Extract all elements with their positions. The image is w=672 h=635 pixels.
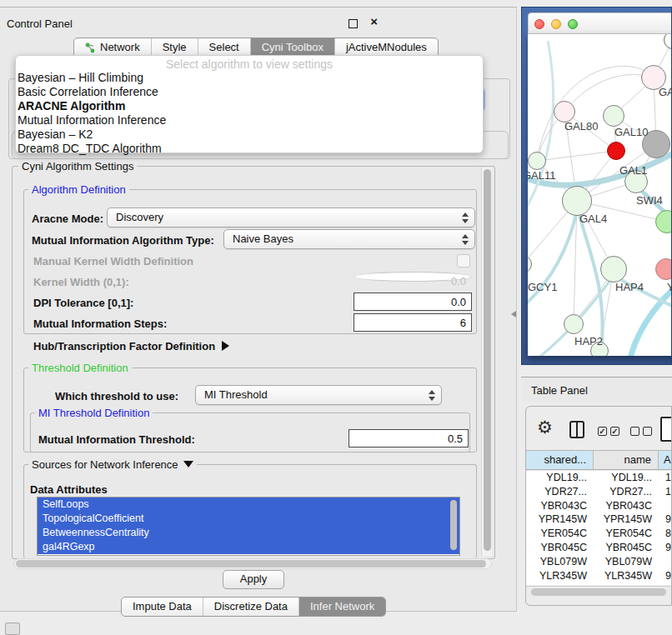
minimize-traffic-light-icon[interactable]	[551, 19, 561, 29]
table-row[interactable]: YBL079W YBL079W	[526, 555, 672, 569]
column-header-name[interactable]: name	[594, 451, 659, 469]
vertical-scrollbar[interactable]	[481, 168, 492, 556]
manual-kernel-checkbox[interactable]	[457, 254, 470, 268]
algorithm-definition-title: Algorithm Definition	[28, 183, 129, 196]
columns-icon[interactable]	[569, 421, 584, 438]
close-traffic-light-icon[interactable]	[534, 19, 544, 29]
table-row[interactable]: YDL19... YDL19... 13	[526, 471, 672, 485]
cell: 9.	[659, 569, 672, 583]
deselect-all-checkbox-icon[interactable]	[643, 427, 652, 436]
scrollbar-thumb[interactable]	[531, 588, 666, 596]
select-all-checkbox-icon[interactable]: ✓	[598, 427, 607, 436]
table-row[interactable]: YBR043C YBR043C	[526, 499, 672, 513]
network-icon	[85, 42, 96, 53]
column-header-third[interactable]: A	[659, 451, 672, 469]
mi-steps-input[interactable]: 6	[354, 313, 472, 332]
node-gal4[interactable]	[562, 186, 592, 216]
table-horizontal-scrollbar[interactable]	[526, 586, 672, 598]
scrollbar-thumb[interactable]	[16, 560, 486, 568]
sources-title: Sources for Network Inference	[32, 458, 178, 471]
close-icon[interactable]: ×	[370, 14, 378, 28]
tab-cyni-toolbox[interactable]: Cyni Toolbox	[250, 38, 334, 57]
node-swi4[interactable]	[655, 210, 672, 233]
sources-toggle[interactable]: Sources for Network Inference	[28, 458, 197, 471]
cell: YDR27...	[526, 485, 594, 499]
table-row[interactable]: YBR045C YBR045C 9.	[526, 541, 672, 555]
tab-impute-data[interactable]: Impute Data	[122, 598, 203, 616]
dropdown-item[interactable]: Bayesian – K2	[16, 128, 483, 142]
which-threshold-select[interactable]: MI Threshold	[195, 385, 442, 405]
node-hap4[interactable]	[600, 256, 627, 282]
cell: YPR145W	[526, 512, 594, 527]
algorithm-dropdown-placeholder: Select algorithm to view settings	[16, 58, 483, 71]
mi-type-select[interactable]: Naive Bayes	[223, 229, 475, 249]
cell: 12	[659, 485, 672, 499]
node-hap2[interactable]	[564, 314, 584, 334]
tab-style[interactable]: Style	[151, 38, 198, 57]
cell: YDR27...	[594, 485, 659, 499]
tab-jactivemnodules[interactable]: jActiveMNodules	[334, 38, 438, 57]
apply-button[interactable]: Apply	[223, 570, 284, 589]
node-label: GAL4	[579, 212, 607, 225]
cell: 8.	[659, 527, 672, 541]
table-row[interactable]: YLR345W YLR345W 9.	[526, 569, 672, 583]
hub-definition-toggle[interactable]: Hub/Transcription Factor Definition	[33, 340, 229, 352]
node-selected-red[interactable]	[607, 142, 625, 160]
table-row[interactable]: YPR145W YPR145W 9.	[526, 512, 672, 527]
aracne-mode-select[interactable]: Discovery	[107, 208, 475, 228]
dropdown-item[interactable]: Mutual Information Inference	[16, 113, 483, 128]
data-attributes-list[interactable]: SelfLoops TopologicalCoefficient Between…	[37, 497, 460, 556]
attribute-item[interactable]: gal4RGexp	[38, 540, 459, 554]
cell: YER054C	[526, 527, 594, 541]
node-gal11[interactable]	[528, 152, 546, 170]
deselect-all-checkbox-icon[interactable]	[630, 427, 639, 436]
stepper-arrows-icon	[462, 234, 469, 245]
float-window-icon[interactable]	[349, 19, 358, 28]
zoom-traffic-light-icon[interactable]	[568, 19, 578, 29]
dropdown-item-selected[interactable]: ARACNE Algorithm	[16, 99, 483, 113]
network-window-titlebar[interactable]	[528, 12, 672, 34]
aracne-mode-value: Discovery	[116, 211, 163, 223]
tab-impute-data-label: Impute Data	[133, 598, 192, 616]
data-attributes-label: Data Attributes	[30, 483, 108, 496]
screen: { "control_panel": { "title": "Control P…	[0, 0, 672, 635]
attribute-item[interactable]: TopologicalCoefficient	[38, 512, 459, 526]
scrollbar-thumb[interactable]	[484, 169, 491, 551]
node-gal10[interactable]	[603, 105, 624, 127]
dropdown-item[interactable]: Dream8 DC_TDC Algorithm	[16, 142, 483, 156]
tab-style-label: Style	[163, 38, 187, 57]
collapsed-panel-icon[interactable]	[5, 622, 20, 635]
tab-infer-network[interactable]: Infer Network	[298, 598, 385, 616]
cell: 9.	[659, 541, 672, 555]
table-row[interactable]: YER054C YER054C 8.	[526, 527, 672, 541]
horizontal-scrollbar[interactable]	[13, 558, 492, 569]
list-scrollbar[interactable]	[450, 500, 457, 550]
kernel-width-input[interactable]: 0.0	[354, 272, 472, 282]
stepper-arrows-icon	[462, 212, 469, 223]
attribute-item[interactable]: BetweennessCentrality	[38, 526, 459, 540]
table-row[interactable]: YIL052C YIL052C 9.	[526, 582, 672, 585]
dropdown-item[interactable]: Bayesian – Hill Climbing	[16, 71, 483, 85]
node-label: GCY1	[528, 281, 557, 293]
node-salmon[interactable]	[655, 258, 672, 280]
cell: YBL079W	[594, 555, 659, 569]
select-all-checkbox-icon[interactable]: ✓	[610, 427, 619, 436]
attribute-item[interactable]: SelfLoops	[38, 498, 459, 512]
network-canvas[interactable]: GAL7 GAL80 GAL10 GAL11 GAL1 SWI4 GAL4 GC…	[528, 34, 672, 356]
tab-network[interactable]: Network	[74, 38, 151, 57]
tab-discretize-data[interactable]: Discretize Data	[203, 598, 298, 616]
dpi-tolerance-label: DPI Tolerance [0,1]:	[33, 297, 133, 309]
gear-icon[interactable]: ⚙	[537, 418, 553, 436]
tab-network-label: Network	[100, 38, 140, 57]
stepper-arrows-icon	[429, 390, 435, 401]
dpi-tolerance-input[interactable]: 0.0	[354, 292, 472, 311]
dropdown-item[interactable]: Basic Correlation Inference	[16, 85, 483, 99]
splitter-arrow-icon[interactable]	[511, 311, 516, 318]
column-header-shared[interactable]: shared...	[526, 451, 594, 469]
document-icon[interactable]	[660, 417, 672, 442]
tab-select[interactable]: Select	[198, 38, 250, 57]
kernel-width-label: Kernel Width (0,1):	[33, 276, 129, 288]
table-row[interactable]: YDR27... YDR27... 12	[526, 485, 672, 499]
mi-type-label: Mutual Information Algorithm Type:	[32, 234, 214, 247]
mi-threshold-input[interactable]: 0.5	[349, 429, 469, 448]
